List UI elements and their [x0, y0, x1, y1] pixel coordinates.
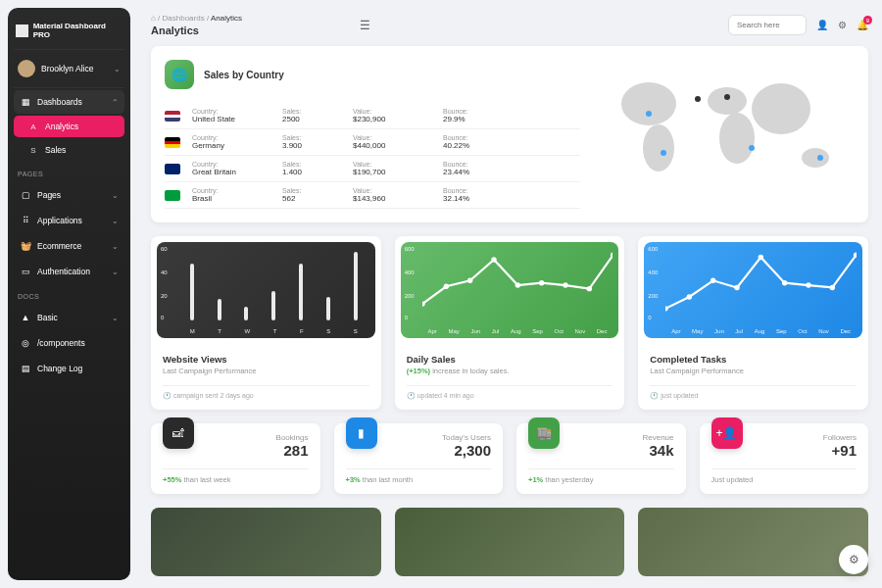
stat-users: ▮ Today's Users 2,300 +3% than last mont…: [334, 423, 504, 494]
flag-de: [165, 137, 180, 148]
nav-authentication[interactable]: ▭ Authentication ⌄: [14, 260, 124, 283]
brand-text: Material Dashboard PRO: [33, 22, 122, 39]
document-icon: ▭: [20, 266, 31, 277]
chart-meta: 🕐 campaign sent 2 days ago: [163, 385, 369, 400]
chart-subtitle: Last Campaign Performance: [163, 367, 369, 375]
property-image-1[interactable]: [151, 508, 381, 576]
table-row: Country:Germany Sales:3.900 Value:$440,0…: [165, 129, 580, 156]
stat-bookings: 🛋 Bookings 281 +55% than last week: [151, 423, 320, 494]
table-row: Country:Great Britain Sales:1.400 Value:…: [165, 156, 580, 182]
svg-point-0: [621, 82, 676, 125]
home-icon[interactable]: ⌂: [151, 14, 156, 23]
nav-basic[interactable]: ▲ Basic ⌄: [14, 306, 124, 329]
chevron-up-icon: ⌃: [112, 98, 119, 107]
receipt-icon: ▤: [20, 363, 31, 374]
svg-point-15: [491, 257, 496, 262]
chart-subtitle: (+15%) increase in today sales.: [407, 367, 613, 375]
svg-point-2: [708, 87, 747, 115]
chart-subtitle: Last Campaign Performance: [650, 367, 857, 375]
svg-point-18: [563, 282, 567, 287]
user-name: Brooklyn Alice: [41, 64, 108, 74]
menu-toggle[interactable]: ☰: [360, 19, 370, 32]
daily-sales-card: 600 400 200 0 AprMayJunJulAugSepOctNovDe…: [395, 236, 625, 410]
website-views-card: 60 40 20 0 MTWTFSS Website Views Last Ca…: [151, 236, 381, 410]
svg-point-23: [710, 278, 715, 283]
bell-icon[interactable]: 🔔9: [857, 20, 868, 30]
table-row: Country:Brasil Sales:562 Value:$143,960 …: [165, 182, 580, 209]
table-row: Country:United State Sales:2500 Value:$2…: [165, 103, 580, 129]
svg-point-7: [661, 150, 666, 156]
property-image-2[interactable]: [395, 508, 625, 576]
svg-point-16: [514, 282, 519, 287]
stat-revenue: 🏬 Revenue 34k +1% than yesterday: [516, 423, 686, 494]
search-input[interactable]: [728, 15, 807, 35]
svg-point-27: [807, 282, 811, 287]
breadcrumb-area: ⌂ / Dashboards / Analytics Analytics: [151, 14, 242, 36]
chevron-down-icon: ⌄: [112, 191, 119, 200]
country-card-title: Sales by Country: [204, 70, 284, 80]
svg-point-13: [443, 284, 448, 289]
svg-point-28: [830, 285, 835, 290]
main-content: ⌂ / Dashboards / Analytics Analytics ☰ 👤…: [137, 0, 882, 588]
bar-chart-icon: ▮: [346, 417, 377, 449]
chart-meta: 🕐 just updated: [650, 385, 857, 400]
chart-meta: 🕐 updated 4 min ago: [407, 385, 613, 400]
account-icon[interactable]: 👤: [816, 20, 828, 30]
chevron-down-icon: ⌄: [114, 65, 121, 74]
chevron-down-icon: ⌄: [112, 268, 119, 276]
chevron-down-icon: ⌄: [112, 217, 119, 225]
chevron-down-icon: ⌄: [112, 314, 119, 322]
page-title: Analytics: [151, 24, 242, 36]
store-icon: 🏬: [528, 417, 560, 449]
svg-point-14: [467, 278, 472, 283]
svg-point-26: [782, 280, 787, 285]
svg-point-9: [695, 96, 701, 102]
view-icon: ◎: [20, 337, 31, 349]
svg-point-5: [802, 148, 829, 168]
country-table: Country:United State Sales:2500 Value:$2…: [165, 103, 580, 209]
nav-dashboards[interactable]: ▦ Dashboards ⌃: [14, 90, 124, 114]
weekend-icon: 🛋: [163, 417, 194, 449]
nav-pages[interactable]: ▢ Pages ⌄: [14, 183, 124, 207]
nav-components[interactable]: ◎ /components: [14, 331, 124, 355]
gear-icon[interactable]: ⚙: [838, 20, 847, 30]
user-menu[interactable]: Brooklyn Alice ⌄: [14, 50, 124, 88]
nav-analytics[interactable]: A Analytics: [14, 116, 124, 137]
chart-title: Website Views: [163, 354, 369, 365]
avatar: [18, 60, 35, 77]
chevron-down-icon: ⌄: [112, 242, 119, 251]
line-chart: 600 400 200 0 AprMayJunJulAugSepOctNovDe…: [644, 242, 862, 338]
completed-tasks-card: 600 400 200 0 AprMayJunJulAugSepOctNovDe…: [638, 236, 868, 410]
sales-by-country-card: 🌐 Sales by Country Country:United State …: [151, 46, 868, 222]
nav-applications[interactable]: ⠿ Applications ⌄: [14, 209, 124, 232]
apps-icon: ⠿: [20, 215, 31, 226]
topbar: ⌂ / Dashboards / Analytics Analytics ☰ 👤…: [151, 14, 868, 36]
flag-gb: [165, 164, 180, 174]
svg-point-3: [719, 113, 755, 164]
svg-point-4: [752, 83, 810, 134]
svg-point-6: [646, 111, 652, 117]
world-map[interactable]: [600, 60, 855, 197]
flag-us: [165, 111, 180, 122]
breadcrumb: ⌂ / Dashboards / Analytics: [151, 14, 242, 23]
property-image-3[interactable]: [638, 508, 868, 576]
topbar-actions: 👤 ⚙ 🔔9: [728, 15, 868, 35]
basket-icon: 🧺: [20, 240, 31, 252]
svg-point-10: [749, 145, 755, 151]
svg-point-17: [539, 280, 544, 285]
svg-point-22: [687, 294, 692, 299]
svg-point-24: [735, 285, 740, 290]
section-pages: PAGES: [14, 163, 124, 181]
settings-fab[interactable]: ⚙: [839, 545, 868, 574]
nav-sales[interactable]: S Sales: [14, 139, 124, 161]
bar-chart: 60 40 20 0 MTWTFSS: [157, 242, 375, 338]
brand[interactable]: Material Dashboard PRO: [14, 18, 124, 50]
section-docs: DOCS: [14, 285, 124, 304]
nav-ecommerce[interactable]: 🧺 Ecommerce ⌄: [14, 234, 124, 258]
chart-title: Daily Sales: [407, 354, 613, 365]
nav-changelog[interactable]: ▤ Change Log: [14, 357, 124, 380]
svg-point-1: [643, 124, 674, 172]
brand-icon: [16, 24, 28, 37]
person-add-icon: +👤: [711, 417, 743, 449]
stat-followers: +👤 Followers +91 Just updated: [700, 423, 869, 494]
